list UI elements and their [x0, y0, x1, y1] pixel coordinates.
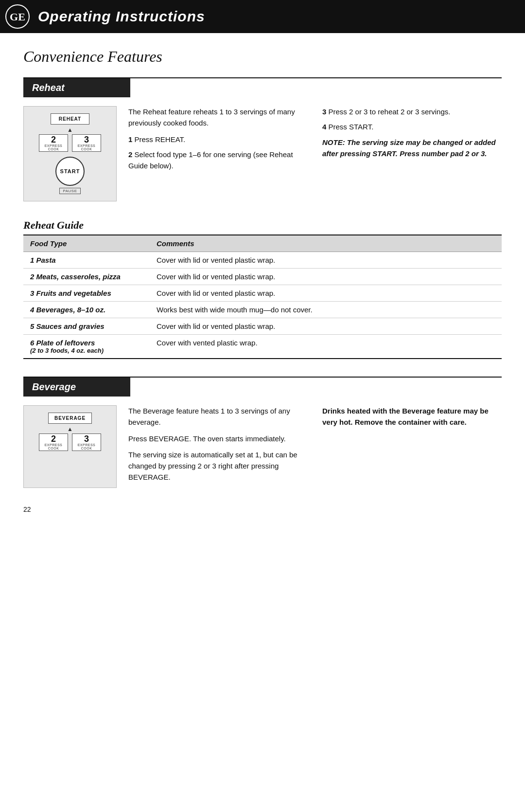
reheat-step2: 2 Select food type 1–6 for one serving (…: [128, 149, 308, 172]
reheat-content: REHEAT ▲ 2 EXPRESS COOK 3 EXPRESS COOK S…: [23, 97, 502, 201]
reheat-step1: 1 Press REHEAT.: [128, 134, 308, 145]
comment-cell-3: Cover with lid or vented plastic wrap.: [150, 285, 502, 302]
reheat-intro: The Reheat feature reheats 1 to 3 servin…: [128, 106, 308, 129]
reheat-step2-text: Select food type 1–6 for one serving (se…: [128, 150, 293, 170]
reheat-step3: 3 Press 2 or 3 to reheat 2 or 3 servings…: [322, 106, 502, 117]
reheat-header: Reheat: [23, 78, 130, 97]
col-food-type: Food Type: [23, 235, 150, 252]
food-type-cell-5: 5 Sauces and gravies: [23, 318, 150, 335]
reheat-num3-btn: 3 EXPRESS COOK: [72, 134, 101, 152]
reheat-num-row: 2 EXPRESS COOK 3 EXPRESS COOK: [39, 134, 101, 152]
beverage-intro: The Beverage feature heats 1 to 3 servin…: [128, 405, 308, 428]
food-type-cell-6: 6 Plate of leftovers(2 to 3 foods, 4 oz.…: [23, 335, 150, 359]
beverage-num-row: 2 EXPRESS COOK 3 EXPRESS COOK: [39, 433, 101, 451]
comment-cell-5: Cover with lid or vented plastic wrap.: [150, 318, 502, 335]
beverage-num3-btn: 3 EXPRESS COOK: [72, 433, 101, 451]
reheat-keypad: REHEAT ▲ 2 EXPRESS COOK 3 EXPRESS COOK S…: [23, 106, 117, 201]
reheat-pause-label: PAUSE: [59, 188, 80, 194]
guide-row-1: 1 PastaCover with lid or vented plastic …: [23, 252, 502, 269]
beverage-header: Beverage: [23, 378, 130, 397]
page-main-title: Convenience Features: [23, 48, 502, 66]
comment-cell-1: Cover with lid or vented plastic wrap.: [150, 252, 502, 269]
col-comments: Comments: [150, 235, 502, 252]
reheat-note: NOTE: The serving size may be changed or…: [322, 137, 502, 160]
guide-row-6: 6 Plate of leftovers(2 to 3 foods, 4 oz.…: [23, 335, 502, 359]
reheat-section: Reheat REHEAT ▲ 2 EXPRESS COOK 3 EXPRESS…: [23, 77, 502, 201]
comment-cell-4: Works best with wide mouth mug—do not co…: [150, 302, 502, 318]
food-type-cell-1: 1 Pasta: [23, 252, 150, 269]
reheat-step4-text: Press START.: [329, 123, 374, 131]
reheat-arrow: ▲: [67, 126, 73, 133]
reheat-step4: 4 Press START.: [322, 121, 502, 132]
guide-row-3: 3 Fruits and vegetablesCover with lid or…: [23, 285, 502, 302]
food-type-sub-6: (2 to 3 foods, 4 oz. each): [30, 347, 143, 354]
food-type-cell-3: 3 Fruits and vegetables: [23, 285, 150, 302]
page-number: 22: [23, 505, 502, 513]
reheat-text-cols: The Reheat feature reheats 1 to 3 servin…: [128, 106, 502, 201]
reheat-col2: 3 Press 2 or 3 to reheat 2 or 3 servings…: [322, 106, 502, 201]
reheat-num2-btn: 2 EXPRESS COOK: [39, 134, 68, 152]
reheat-start-btn: START: [55, 157, 85, 186]
guide-row-2: 2 Meats, casseroles, pizzaCover with lid…: [23, 269, 502, 285]
reheat-step1-text: Press REHEAT.: [135, 135, 186, 144]
beverage-content: BEVERAGE ▲ 2 EXPRESS COOK 3 EXPRESS COOK: [23, 397, 502, 488]
reheat-step3-text: Press 2 or 3 to reheat 2 or 3 servings.: [329, 108, 451, 116]
beverage-keypad: BEVERAGE ▲ 2 EXPRESS COOK 3 EXPRESS COOK: [23, 405, 117, 488]
header-title: Operating Instructions: [38, 8, 205, 25]
beverage-col1: The Beverage feature heats 1 to 3 servin…: [128, 405, 308, 488]
beverage-warning: Drinks heated with the Beverage feature …: [322, 405, 502, 428]
beverage-section: Beverage BEVERAGE ▲ 2 EXPRESS COOK 3 EXP…: [23, 377, 502, 488]
page-body: Convenience Features Reheat REHEAT ▲ 2 E…: [0, 33, 525, 533]
beverage-step2: The serving size is automatically set at…: [128, 449, 308, 483]
beverage-key-label: BEVERAGE: [48, 413, 92, 424]
beverage-num2-btn: 2 EXPRESS COOK: [39, 433, 68, 451]
beverage-text-cols: The Beverage feature heats 1 to 3 servin…: [128, 405, 502, 488]
food-type-cell-2: 2 Meats, casseroles, pizza: [23, 269, 150, 285]
guide-row-4: 4 Beverages, 8–10 oz.Works best with wid…: [23, 302, 502, 318]
comment-cell-2: Cover with lid or vented plastic wrap.: [150, 269, 502, 285]
reheat-key-label: REHEAT: [51, 113, 89, 125]
reheat-guide-table: Food Type Comments 1 PastaCover with lid…: [23, 235, 502, 359]
svg-text:GE: GE: [10, 11, 25, 23]
guide-table-header-row: Food Type Comments: [23, 235, 502, 252]
comment-cell-6: Cover with vented plastic wrap.: [150, 335, 502, 359]
guide-row-5: 5 Sauces and graviesCover with lid or ve…: [23, 318, 502, 335]
page-header: GE Operating Instructions: [0, 0, 525, 33]
food-type-cell-4: 4 Beverages, 8–10 oz.: [23, 302, 150, 318]
beverage-step1: Press BEVERAGE. The oven starts immediat…: [128, 433, 308, 444]
beverage-col2: Drinks heated with the Beverage feature …: [322, 405, 502, 488]
reheat-guide-section: Reheat Guide Food Type Comments 1 PastaC…: [23, 219, 502, 359]
reheat-guide-title: Reheat Guide: [23, 219, 502, 232]
ge-logo-icon: GE: [5, 4, 30, 29]
beverage-arrow: ▲: [67, 426, 73, 433]
reheat-col1: The Reheat feature reheats 1 to 3 servin…: [128, 106, 308, 201]
